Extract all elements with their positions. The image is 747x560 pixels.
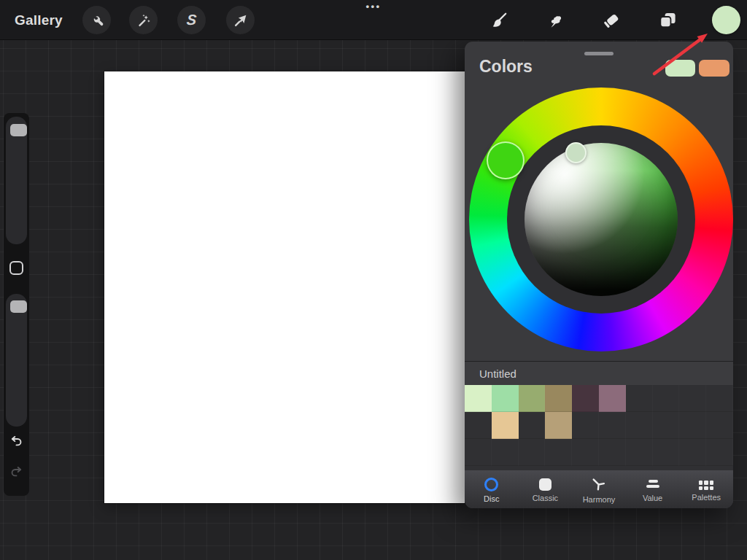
palette-empty-cell[interactable] — [465, 412, 492, 439]
palette-name: Untitled — [479, 368, 516, 380]
harmony-icon — [590, 476, 608, 492]
top-toolbar: Gallery S — [0, 0, 747, 40]
secondary-color-swatch[interactable] — [699, 60, 729, 77]
palette-empty-cell[interactable] — [679, 412, 706, 439]
redo-button[interactable] — [9, 464, 24, 480]
smudge-finger-icon — [546, 11, 565, 30]
brush-size-slider[interactable] — [6, 117, 27, 244]
classic-icon — [539, 478, 551, 491]
palette-empty-cell[interactable] — [519, 439, 546, 466]
disc-icon — [484, 478, 498, 491]
palette-empty-cell[interactable] — [653, 439, 680, 466]
saturation-brightness-disc[interactable] — [525, 143, 678, 296]
palette-empty-cell[interactable] — [572, 412, 599, 439]
palette-swatch[interactable] — [545, 385, 572, 412]
palette-empty-cell[interactable] — [626, 439, 653, 466]
tab-disc[interactable]: Disc — [465, 470, 519, 508]
eraser-icon — [602, 11, 621, 30]
palettes-icon — [699, 481, 714, 490]
colors-panel-title: Colors — [479, 57, 533, 77]
palette-swatch[interactable] — [492, 412, 519, 439]
brush-opacity-slider-handle[interactable] — [10, 300, 27, 313]
current-color-swatch[interactable] — [665, 60, 695, 77]
brush-button[interactable] — [484, 6, 513, 34]
selection-button[interactable]: S — [177, 6, 206, 34]
palette-empty-cell[interactable] — [572, 439, 599, 466]
palette-empty-cell[interactable] — [706, 412, 733, 439]
palette-section: Untitled — [465, 361, 733, 470]
panel-drag-handle[interactable] — [584, 52, 614, 55]
canvas-menu-dots[interactable]: ••• — [365, 1, 381, 12]
palette-empty-cell[interactable] — [706, 385, 733, 412]
undo-button[interactable] — [9, 434, 24, 449]
palette-empty-cell[interactable] — [465, 439, 492, 466]
tab-harmony[interactable]: Harmony — [572, 470, 626, 508]
palette-empty-cell[interactable] — [626, 412, 653, 439]
palette-empty-cell[interactable] — [653, 385, 680, 412]
palette-swatch[interactable] — [465, 385, 492, 412]
layers-icon — [658, 10, 678, 30]
selection-s-icon: S — [186, 12, 198, 28]
palette-empty-cell[interactable] — [519, 412, 546, 439]
palette-empty-cell[interactable] — [492, 439, 519, 466]
colors-panel: Colors Untitled Disc Classic — [465, 42, 733, 508]
hue-selector-knob[interactable] — [487, 141, 525, 179]
brush-size-slider-handle[interactable] — [10, 124, 27, 136]
palette-swatch[interactable] — [599, 385, 626, 412]
drawing-canvas[interactable] — [104, 71, 465, 503]
palette-empty-cell[interactable] — [626, 385, 653, 412]
color-mode-tabbar: Disc Classic Harmony Value Palet — [465, 470, 733, 508]
tab-value[interactable]: Value — [626, 470, 680, 508]
palette-empty-cell[interactable] — [679, 385, 706, 412]
redo-icon — [9, 464, 24, 480]
actions-button[interactable] — [82, 6, 111, 34]
transform-arrow-icon — [233, 12, 249, 28]
magic-wand-icon — [136, 12, 152, 28]
undo-icon — [9, 434, 24, 449]
palette-swatch[interactable] — [545, 412, 572, 439]
palette-empty-cell[interactable] — [653, 412, 680, 439]
adjustments-button[interactable] — [129, 6, 158, 34]
modify-button[interactable] — [9, 261, 23, 275]
eraser-button[interactable] — [597, 6, 625, 34]
palette-swatch[interactable] — [519, 385, 546, 412]
palette-empty-cell[interactable] — [599, 412, 626, 439]
palette-empty-cell[interactable] — [599, 439, 626, 466]
gallery-button[interactable]: Gallery — [15, 0, 63, 40]
side-toolbar — [4, 113, 29, 496]
smudge-button[interactable] — [541, 6, 569, 34]
palette-empty-cell[interactable] — [679, 439, 706, 466]
palette-swatch[interactable] — [572, 385, 599, 412]
wrench-icon — [89, 12, 105, 28]
disc-selector-knob[interactable] — [565, 142, 587, 163]
palette-empty-cell[interactable] — [706, 439, 733, 466]
value-icon — [645, 478, 661, 491]
transform-button[interactable] — [226, 6, 255, 34]
procreate-app: Gallery S — [0, 0, 747, 560]
layers-button[interactable] — [654, 6, 682, 34]
tab-classic[interactable]: Classic — [519, 470, 573, 508]
brush-opacity-slider[interactable] — [6, 294, 27, 427]
brush-icon — [489, 11, 508, 30]
tab-palettes[interactable]: Palettes — [679, 470, 733, 508]
palette-swatch[interactable] — [492, 385, 519, 412]
active-color-button[interactable] — [712, 6, 740, 34]
palette-empty-cell[interactable] — [545, 439, 572, 466]
palette-header[interactable]: Untitled — [465, 362, 733, 385]
palette-grid — [465, 385, 733, 466]
